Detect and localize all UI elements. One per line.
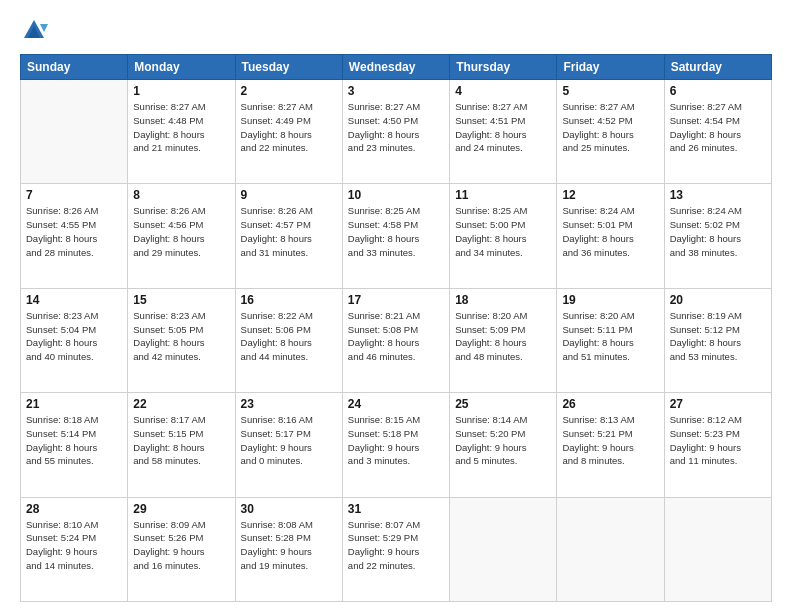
svg-marker-2 xyxy=(40,24,48,32)
day-info: Sunrise: 8:19 AMSunset: 5:12 PMDaylight:… xyxy=(670,309,766,364)
calendar-cell xyxy=(450,497,557,601)
calendar-cell: 10Sunrise: 8:25 AMSunset: 4:58 PMDayligh… xyxy=(342,184,449,288)
day-number: 11 xyxy=(455,188,551,202)
day-info: Sunrise: 8:18 AMSunset: 5:14 PMDaylight:… xyxy=(26,413,122,468)
day-number: 22 xyxy=(133,397,229,411)
weekday-header: Friday xyxy=(557,55,664,80)
weekday-header: Saturday xyxy=(664,55,771,80)
calendar-cell: 17Sunrise: 8:21 AMSunset: 5:08 PMDayligh… xyxy=(342,288,449,392)
day-info: Sunrise: 8:23 AMSunset: 5:04 PMDaylight:… xyxy=(26,309,122,364)
day-info: Sunrise: 8:27 AMSunset: 4:49 PMDaylight:… xyxy=(241,100,337,155)
calendar-week-row: 21Sunrise: 8:18 AMSunset: 5:14 PMDayligh… xyxy=(21,393,772,497)
day-number: 10 xyxy=(348,188,444,202)
day-number: 1 xyxy=(133,84,229,98)
day-number: 26 xyxy=(562,397,658,411)
day-number: 3 xyxy=(348,84,444,98)
weekday-header: Thursday xyxy=(450,55,557,80)
day-info: Sunrise: 8:20 AMSunset: 5:09 PMDaylight:… xyxy=(455,309,551,364)
day-number: 20 xyxy=(670,293,766,307)
calendar-cell: 13Sunrise: 8:24 AMSunset: 5:02 PMDayligh… xyxy=(664,184,771,288)
day-number: 15 xyxy=(133,293,229,307)
day-number: 19 xyxy=(562,293,658,307)
weekday-header: Tuesday xyxy=(235,55,342,80)
calendar-cell: 14Sunrise: 8:23 AMSunset: 5:04 PMDayligh… xyxy=(21,288,128,392)
weekday-header: Wednesday xyxy=(342,55,449,80)
calendar-cell: 22Sunrise: 8:17 AMSunset: 5:15 PMDayligh… xyxy=(128,393,235,497)
day-number: 28 xyxy=(26,502,122,516)
calendar-cell: 31Sunrise: 8:07 AMSunset: 5:29 PMDayligh… xyxy=(342,497,449,601)
day-number: 16 xyxy=(241,293,337,307)
day-number: 9 xyxy=(241,188,337,202)
day-number: 21 xyxy=(26,397,122,411)
day-info: Sunrise: 8:15 AMSunset: 5:18 PMDaylight:… xyxy=(348,413,444,468)
day-number: 13 xyxy=(670,188,766,202)
day-number: 31 xyxy=(348,502,444,516)
calendar-cell: 12Sunrise: 8:24 AMSunset: 5:01 PMDayligh… xyxy=(557,184,664,288)
calendar-cell: 20Sunrise: 8:19 AMSunset: 5:12 PMDayligh… xyxy=(664,288,771,392)
calendar-cell xyxy=(557,497,664,601)
day-info: Sunrise: 8:20 AMSunset: 5:11 PMDaylight:… xyxy=(562,309,658,364)
calendar-cell: 30Sunrise: 8:08 AMSunset: 5:28 PMDayligh… xyxy=(235,497,342,601)
weekday-header: Sunday xyxy=(21,55,128,80)
weekday-header: Monday xyxy=(128,55,235,80)
day-number: 27 xyxy=(670,397,766,411)
calendar-week-row: 7Sunrise: 8:26 AMSunset: 4:55 PMDaylight… xyxy=(21,184,772,288)
calendar-table: SundayMondayTuesdayWednesdayThursdayFrid… xyxy=(20,54,772,602)
calendar-cell: 7Sunrise: 8:26 AMSunset: 4:55 PMDaylight… xyxy=(21,184,128,288)
day-number: 8 xyxy=(133,188,229,202)
day-info: Sunrise: 8:27 AMSunset: 4:48 PMDaylight:… xyxy=(133,100,229,155)
calendar-cell: 16Sunrise: 8:22 AMSunset: 5:06 PMDayligh… xyxy=(235,288,342,392)
day-info: Sunrise: 8:17 AMSunset: 5:15 PMDaylight:… xyxy=(133,413,229,468)
day-number: 2 xyxy=(241,84,337,98)
day-info: Sunrise: 8:22 AMSunset: 5:06 PMDaylight:… xyxy=(241,309,337,364)
day-info: Sunrise: 8:27 AMSunset: 4:54 PMDaylight:… xyxy=(670,100,766,155)
weekday-header-row: SundayMondayTuesdayWednesdayThursdayFrid… xyxy=(21,55,772,80)
calendar-week-row: 28Sunrise: 8:10 AMSunset: 5:24 PMDayligh… xyxy=(21,497,772,601)
day-info: Sunrise: 8:27 AMSunset: 4:52 PMDaylight:… xyxy=(562,100,658,155)
day-number: 23 xyxy=(241,397,337,411)
calendar-cell: 9Sunrise: 8:26 AMSunset: 4:57 PMDaylight… xyxy=(235,184,342,288)
day-info: Sunrise: 8:25 AMSunset: 4:58 PMDaylight:… xyxy=(348,204,444,259)
page: SundayMondayTuesdayWednesdayThursdayFrid… xyxy=(0,0,792,612)
calendar-cell: 1Sunrise: 8:27 AMSunset: 4:48 PMDaylight… xyxy=(128,80,235,184)
day-number: 5 xyxy=(562,84,658,98)
day-number: 12 xyxy=(562,188,658,202)
calendar-cell: 11Sunrise: 8:25 AMSunset: 5:00 PMDayligh… xyxy=(450,184,557,288)
calendar-cell: 8Sunrise: 8:26 AMSunset: 4:56 PMDaylight… xyxy=(128,184,235,288)
calendar-cell: 23Sunrise: 8:16 AMSunset: 5:17 PMDayligh… xyxy=(235,393,342,497)
day-number: 7 xyxy=(26,188,122,202)
day-info: Sunrise: 8:08 AMSunset: 5:28 PMDaylight:… xyxy=(241,518,337,573)
calendar-cell: 4Sunrise: 8:27 AMSunset: 4:51 PMDaylight… xyxy=(450,80,557,184)
calendar-cell: 5Sunrise: 8:27 AMSunset: 4:52 PMDaylight… xyxy=(557,80,664,184)
day-number: 25 xyxy=(455,397,551,411)
calendar-week-row: 14Sunrise: 8:23 AMSunset: 5:04 PMDayligh… xyxy=(21,288,772,392)
day-info: Sunrise: 8:12 AMSunset: 5:23 PMDaylight:… xyxy=(670,413,766,468)
calendar-cell: 25Sunrise: 8:14 AMSunset: 5:20 PMDayligh… xyxy=(450,393,557,497)
day-info: Sunrise: 8:09 AMSunset: 5:26 PMDaylight:… xyxy=(133,518,229,573)
calendar-cell: 3Sunrise: 8:27 AMSunset: 4:50 PMDaylight… xyxy=(342,80,449,184)
day-info: Sunrise: 8:26 AMSunset: 4:57 PMDaylight:… xyxy=(241,204,337,259)
day-info: Sunrise: 8:26 AMSunset: 4:56 PMDaylight:… xyxy=(133,204,229,259)
day-number: 18 xyxy=(455,293,551,307)
logo-icon xyxy=(20,16,48,44)
day-info: Sunrise: 8:25 AMSunset: 5:00 PMDaylight:… xyxy=(455,204,551,259)
day-number: 14 xyxy=(26,293,122,307)
day-info: Sunrise: 8:26 AMSunset: 4:55 PMDaylight:… xyxy=(26,204,122,259)
day-info: Sunrise: 8:14 AMSunset: 5:20 PMDaylight:… xyxy=(455,413,551,468)
day-info: Sunrise: 8:27 AMSunset: 4:50 PMDaylight:… xyxy=(348,100,444,155)
calendar-cell: 2Sunrise: 8:27 AMSunset: 4:49 PMDaylight… xyxy=(235,80,342,184)
logo xyxy=(20,16,52,44)
day-number: 17 xyxy=(348,293,444,307)
calendar-cell: 29Sunrise: 8:09 AMSunset: 5:26 PMDayligh… xyxy=(128,497,235,601)
day-info: Sunrise: 8:24 AMSunset: 5:01 PMDaylight:… xyxy=(562,204,658,259)
day-number: 6 xyxy=(670,84,766,98)
day-info: Sunrise: 8:23 AMSunset: 5:05 PMDaylight:… xyxy=(133,309,229,364)
day-info: Sunrise: 8:27 AMSunset: 4:51 PMDaylight:… xyxy=(455,100,551,155)
calendar-cell: 15Sunrise: 8:23 AMSunset: 5:05 PMDayligh… xyxy=(128,288,235,392)
calendar-cell: 18Sunrise: 8:20 AMSunset: 5:09 PMDayligh… xyxy=(450,288,557,392)
day-info: Sunrise: 8:16 AMSunset: 5:17 PMDaylight:… xyxy=(241,413,337,468)
calendar-cell xyxy=(664,497,771,601)
day-info: Sunrise: 8:13 AMSunset: 5:21 PMDaylight:… xyxy=(562,413,658,468)
calendar-cell: 24Sunrise: 8:15 AMSunset: 5:18 PMDayligh… xyxy=(342,393,449,497)
calendar-week-row: 1Sunrise: 8:27 AMSunset: 4:48 PMDaylight… xyxy=(21,80,772,184)
